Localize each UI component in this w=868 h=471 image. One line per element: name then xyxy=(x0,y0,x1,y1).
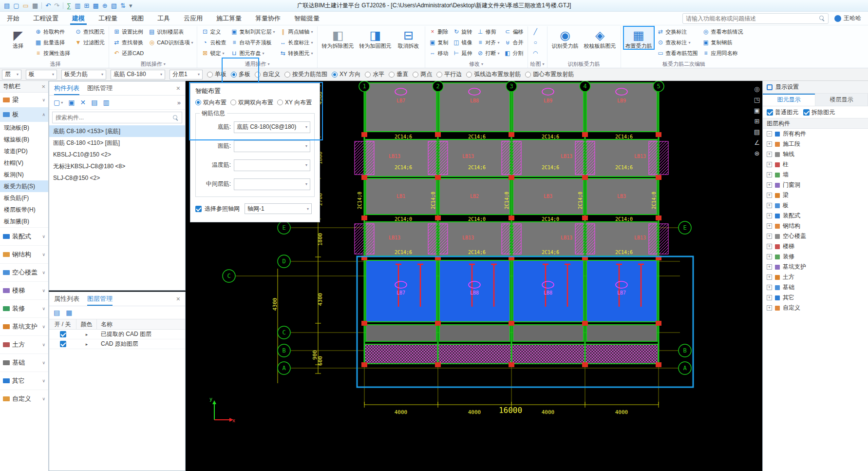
sidebar-item-基坑支护[interactable]: 基坑支护∨ xyxy=(0,317,48,335)
checkbox-拆除图元[interactable]: 拆除图元 xyxy=(803,108,835,117)
radio-双向布置[interactable]: 双向布置 xyxy=(195,98,226,107)
new-component-button[interactable]: ▢▾ xyxy=(54,98,63,106)
button-图元存盘[interactable]: ⊔图元存盘▾ xyxy=(229,48,276,59)
table-icon[interactable]: ▥ xyxy=(75,2,80,9)
expand-icon[interactable]: + xyxy=(767,182,772,188)
button-还原CAD[interactable]: ↶还原CAD xyxy=(112,48,145,59)
sidebar-item-钢结构[interactable]: 钢结构∨ xyxy=(0,245,48,263)
radio-按受力筋范围[interactable]: 按受力筋范围 xyxy=(284,70,327,78)
undo-icon[interactable]: ↶ xyxy=(45,2,51,9)
sidebar-subitem-板洞(N)[interactable]: 板洞(N) xyxy=(0,169,48,180)
expand-icon[interactable]: + xyxy=(767,264,772,270)
button-自动平齐顶板[interactable]: ≡自动平齐顶板 xyxy=(229,37,276,48)
button-复制[interactable]: ▣复制 xyxy=(428,37,450,48)
sidebar-subitem-板加腋(B)[interactable]: 板加腋(B) xyxy=(0,216,48,227)
button-查看布筋情况[interactable]: ◎查看布筋情况 xyxy=(701,26,745,37)
button-延伸[interactable]: ⊢延伸 xyxy=(452,48,474,59)
expand-icon[interactable]: + xyxy=(767,223,772,229)
save-icon[interactable]: ▤ xyxy=(4,2,10,9)
list-item[interactable]: KBSLJ-C10@150 <2> xyxy=(49,149,185,160)
button-旋转[interactable]: ↻旋转 xyxy=(452,26,474,37)
combo-中间层筋:[interactable]: ▾ xyxy=(234,178,310,190)
link-icon[interactable]: ⊕ xyxy=(102,2,108,9)
button-交换标注[interactable]: ⇄交换标注 xyxy=(656,26,699,37)
tree-node-施工段[interactable]: +施工段 xyxy=(763,139,868,149)
level-icon[interactable]: ▧ xyxy=(111,2,117,9)
more-icon[interactable]: ▾ xyxy=(129,2,132,9)
button-云检查[interactable]: ◔云检查 xyxy=(200,37,227,48)
tree-node-梁[interactable]: +梁 xyxy=(763,190,868,200)
radio-自定义[interactable]: 自定义 xyxy=(255,70,280,78)
tree-node-基础[interactable]: +基础 xyxy=(763,282,868,293)
tree-node-自定义[interactable]: +自定义 xyxy=(763,303,868,313)
close-icon[interactable]: × xyxy=(41,83,45,90)
tab-图纸管理[interactable]: 图纸管理 xyxy=(87,81,113,95)
tree-node-所有构件[interactable]: −所有构件 xyxy=(763,129,868,139)
new-icon[interactable]: ▢ xyxy=(13,2,19,9)
button-arc-icon[interactable]: ◠ xyxy=(530,48,541,59)
expand-icon[interactable]: + xyxy=(767,234,772,239)
sidebar-item-土方[interactable]: 土方∨ xyxy=(0,335,48,353)
list-item[interactable]: 无标注KBSLJ-C8@180 <8> xyxy=(49,160,185,172)
radio-平行边[interactable]: 平行边 xyxy=(436,70,462,78)
radio-多板[interactable]: 多板 xyxy=(231,70,250,78)
tree-node-门窗洞[interactable]: +门窗洞 xyxy=(763,180,868,190)
floor-copy-button[interactable]: ▥ xyxy=(103,98,109,106)
combo-板[interactable]: 板▾ xyxy=(26,70,57,79)
sidebar-subitem-柱帽(V)[interactable]: 柱帽(V) xyxy=(0,157,48,169)
button-按属性选择[interactable]: ≡按属性选择 xyxy=(33,48,72,59)
close-icon[interactable]: × xyxy=(176,295,180,303)
tab-工程量[interactable]: 工程量 xyxy=(92,12,124,25)
expand-layers-icon[interactable]: ▤ xyxy=(54,309,60,316)
radio-弧线边布置放射筋[interactable]: 弧线边布置放射筋 xyxy=(466,70,521,78)
button-识别受力筋[interactable]: ◉识别受力筋 xyxy=(550,26,581,49)
tab-构件列表[interactable]: 构件列表 xyxy=(54,81,79,95)
combo-面筋:[interactable]: ▾ xyxy=(234,140,310,152)
more-button[interactable]: » xyxy=(177,99,181,106)
axis-grid-combo[interactable]: 轴网-1 ▾ xyxy=(245,203,312,214)
sidebar-subitem-螺旋板(B)[interactable]: 螺旋板(B) xyxy=(0,134,48,145)
sidebar-item-板[interactable]: 板∧ xyxy=(0,107,48,122)
sidebar-subitem-坡道(PD)[interactable]: 坡道(PD) xyxy=(0,145,48,157)
tab-施工算量[interactable]: 施工算量 xyxy=(209,12,248,25)
grid-icon[interactable]: ⊞ xyxy=(84,2,90,9)
button-镜像[interactable]: ◫镜像 xyxy=(452,37,474,48)
button-过滤图元[interactable]: ▼过滤图元 xyxy=(73,37,106,48)
print-icon[interactable]: ▦ xyxy=(32,2,38,9)
button-布置受力筋[interactable]: ▦布置受力筋 xyxy=(623,26,654,49)
color-picker-arrow[interactable]: ▸ xyxy=(86,332,88,337)
user-menu[interactable]: 王哈哈 xyxy=(834,14,861,22)
sidebar-item-自定义[interactable]: 自定义∨ xyxy=(0,390,48,408)
combo-层[interactable]: 层▾ xyxy=(2,70,21,79)
button-合并[interactable]: ⊎合并 xyxy=(503,37,525,48)
combo-温度筋:[interactable]: ▾ xyxy=(234,159,310,171)
search-icon[interactable] xyxy=(819,15,825,21)
expand-icon[interactable]: + xyxy=(767,203,772,208)
expand-icon[interactable]: + xyxy=(767,305,772,311)
expand-icon[interactable]: + xyxy=(767,152,772,157)
sidebar-item-楼梯[interactable]: 楼梯∨ xyxy=(0,281,48,299)
grid-view-icon[interactable]: ⊞ xyxy=(755,118,760,124)
axis-checkbox[interactable] xyxy=(195,206,202,212)
layer-visible-checkbox[interactable] xyxy=(60,341,66,347)
tree-node-基坑支护[interactable]: +基坑支护 xyxy=(763,262,868,272)
button-取消拆改[interactable]: ⊟取消拆改 xyxy=(395,26,422,49)
combo-分层1[interactable]: 分层1▾ xyxy=(170,70,203,79)
radio-两点[interactable]: 两点 xyxy=(413,70,432,78)
delete-component-button[interactable]: ✕ xyxy=(80,98,86,106)
button-两点辅轴[interactable]: ∥两点辅轴▾ xyxy=(278,26,315,37)
button-批量选择[interactable]: ▦批量选择 xyxy=(33,37,72,48)
button-转换图元[interactable]: ⇆转换图元▾ xyxy=(278,48,315,59)
redo-icon[interactable]: ↷ xyxy=(54,2,59,9)
collapse-layers-icon[interactable]: ▦ xyxy=(66,309,72,316)
sidebar-item-基础[interactable]: 基础∨ xyxy=(0,353,48,372)
tree-node-装修[interactable]: +装修 xyxy=(763,252,868,262)
button-对齐[interactable]: ≡对齐▾ xyxy=(475,37,501,48)
button-拾取构件[interactable]: ⊕拾取构件 xyxy=(33,26,72,37)
button-设置比例[interactable]: ⊞设置比例 xyxy=(112,26,145,37)
button-转为拆除图元[interactable]: ◧转为拆除图元 xyxy=(320,26,356,49)
close-icon[interactable]: × xyxy=(176,84,180,92)
component-search-input[interactable] xyxy=(56,114,172,121)
tree-node-钢结构[interactable]: +钢结构 xyxy=(763,221,868,231)
tab-工具[interactable]: 工具 xyxy=(151,12,177,25)
